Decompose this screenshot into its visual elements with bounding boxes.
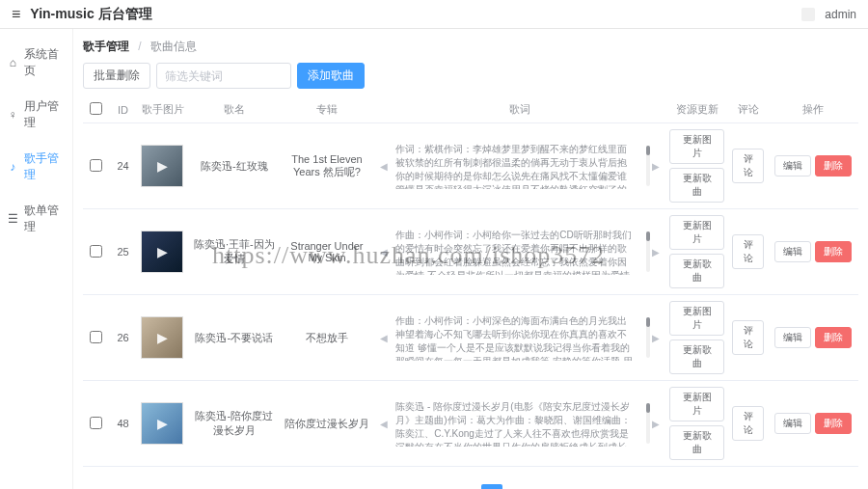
search-input[interactable] [156, 63, 291, 89]
comment-button[interactable]: 评论 [732, 320, 764, 355]
update-image-button[interactable]: 更新图片 [669, 129, 724, 164]
row-album: 不想放手 [280, 295, 375, 381]
row-checkbox[interactable] [90, 245, 102, 258]
row-id: 25 [109, 209, 138, 295]
song-thumbnail[interactable] [141, 316, 183, 359]
pagination-page-1[interactable]: 1 [481, 484, 502, 489]
delete-button[interactable]: 删除 [815, 413, 852, 434]
lyric-next-icon[interactable]: ▶ [650, 247, 662, 258]
col-album: 专辑 [280, 96, 375, 123]
edit-button[interactable]: 编辑 [774, 413, 811, 434]
table-row: 24陈奕迅-红玫瑰The 1st Eleven Years 然后呢?◀作词：紫棋… [83, 123, 858, 209]
sidebar-item-home[interactable]: ⌂系统首页 [0, 37, 72, 89]
row-name: 陈奕迅·王菲-因为爱情 [189, 209, 280, 295]
table-row: 48陈奕迅-陪你度过漫长岁月陪你度过漫长岁月◀陈奕迅 - 陪你度过漫长岁月(电影… [83, 381, 858, 467]
col-name: 歌名 [189, 96, 280, 123]
update-image-button[interactable]: 更新图片 [669, 215, 724, 250]
comment-button[interactable]: 评论 [732, 234, 764, 269]
col-lyric: 歌词 [374, 96, 665, 123]
delete-button[interactable]: 删除 [815, 327, 852, 348]
lyric-prev-icon[interactable]: ◀ [378, 161, 390, 172]
song-thumbnail[interactable] [141, 402, 183, 445]
update-image-button[interactable]: 更新图片 [669, 387, 724, 421]
update-song-button[interactable]: 更新歌曲 [669, 340, 724, 374]
home-icon: ⌂ [8, 57, 18, 68]
user-icon: ♀ [8, 109, 18, 121]
sidebar-item-users[interactable]: ♀用户管理 [0, 89, 72, 141]
breadcrumb: 歌手管理 / 歌曲信息 [83, 35, 858, 63]
add-song-button[interactable]: 添加歌曲 [297, 63, 365, 89]
comment-button[interactable]: 评论 [732, 149, 764, 183]
lyric-prev-icon[interactable]: ◀ [378, 419, 390, 429]
menu-toggle-icon[interactable]: ≡ [12, 6, 20, 23]
sidebar: ⌂系统首页 ♀用户管理 ♪歌手管理 ☰歌单管理 [0, 29, 73, 489]
edit-button[interactable]: 编辑 [774, 241, 811, 262]
edit-button[interactable]: 编辑 [774, 327, 811, 348]
sidebar-item-singers[interactable]: ♪歌手管理 [0, 141, 72, 193]
lyric-next-icon[interactable]: ▶ [650, 333, 662, 343]
row-name: 陈奕迅-不要说话 [189, 295, 280, 381]
select-all-checkbox[interactable] [90, 102, 102, 115]
table-row: 26陈奕迅-不要说话不想放手◀作曲：小柯作词：小柯深色的海面布满白色的月光我出神… [83, 295, 858, 381]
col-id: ID [109, 96, 138, 123]
pagination-prev[interactable]: ‹ [452, 484, 474, 489]
delete-button[interactable]: 删除 [815, 241, 852, 262]
col-comment: 评论 [728, 96, 768, 123]
col-update: 资源更新 [665, 96, 728, 123]
lyric-next-icon[interactable]: ▶ [650, 419, 662, 429]
table-row: 25陈奕迅·王菲-因为爱情Stranger Under My Skin◀作曲：小… [83, 209, 858, 295]
bulk-delete-button[interactable]: 批量删除 [83, 63, 150, 89]
mic-icon: ♪ [8, 161, 18, 173]
row-id: 26 [109, 295, 138, 381]
row-lyric: 作词：紫棋作词：李焯雄梦里梦到醒不来的梦红线里面被软禁的红所有制刺都很温柔的倘再… [390, 143, 642, 189]
main-content: 歌手管理 / 歌曲信息 批量删除 添加歌曲 ID 歌手图片 歌名 专辑 歌词 资… [73, 29, 868, 489]
col-ops: 操作 [768, 96, 858, 123]
update-song-button[interactable]: 更新歌曲 [669, 254, 724, 288]
breadcrumb-current: 歌曲信息 [150, 40, 197, 53]
lyric-prev-icon[interactable]: ◀ [378, 247, 390, 258]
breadcrumb-parent[interactable]: 歌手管理 [83, 40, 129, 53]
update-image-button[interactable]: 更新图片 [669, 301, 724, 336]
row-checkbox[interactable] [90, 331, 102, 343]
row-name: 陈奕迅-红玫瑰 [189, 123, 280, 209]
list-icon: ☰ [8, 213, 18, 225]
row-lyric: 作曲：小柯作词：小柯给你一张过去的CD听听那时我们的爱情有时会突然忘了我还在爱着… [390, 229, 642, 275]
user-name: admin [825, 8, 856, 21]
song-thumbnail[interactable] [141, 145, 183, 187]
col-img: 歌手图片 [137, 96, 189, 123]
pagination-next[interactable]: › [510, 484, 531, 489]
update-song-button[interactable]: 更新歌曲 [669, 425, 724, 460]
row-lyric: 陈奕迅 - 陪你度过漫长岁月(电影《陪安东尼度过漫长岁月》主题曲)作词：葛大为作… [390, 400, 642, 447]
sidebar-item-playlists[interactable]: ☰歌单管理 [0, 193, 72, 245]
row-id: 24 [109, 123, 138, 209]
song-thumbnail[interactable] [141, 231, 183, 273]
edit-button[interactable]: 编辑 [774, 155, 811, 177]
row-album: 陪你度过漫长岁月 [280, 381, 375, 467]
breadcrumb-separator: / [138, 40, 141, 53]
row-name: 陈奕迅-陪你度过漫长岁月 [189, 381, 280, 467]
row-album: Stranger Under My Skin [280, 209, 375, 295]
row-lyric: 作曲：小柯作词：小柯深色的海面布满白色的月光我出神望着海心不知飞哪去听到你说你现… [390, 314, 642, 361]
pagination: Total 4 ‹ 1 › [83, 484, 858, 489]
avatar[interactable] [801, 8, 815, 21]
row-album: The 1st Eleven Years 然后呢? [280, 123, 375, 209]
row-id: 48 [109, 381, 138, 467]
update-song-button[interactable]: 更新歌曲 [669, 168, 724, 203]
app-title: Yin-music 后台管理 [30, 6, 151, 23]
lyric-prev-icon[interactable]: ◀ [378, 333, 390, 343]
row-checkbox[interactable] [90, 417, 102, 429]
row-checkbox[interactable] [90, 159, 102, 172]
delete-button[interactable]: 删除 [815, 155, 852, 177]
comment-button[interactable]: 评论 [732, 406, 764, 441]
songs-table: ID 歌手图片 歌名 专辑 歌词 资源更新 评论 操作 24陈奕迅-红玫瑰The… [83, 96, 858, 467]
lyric-next-icon[interactable]: ▶ [650, 161, 662, 172]
